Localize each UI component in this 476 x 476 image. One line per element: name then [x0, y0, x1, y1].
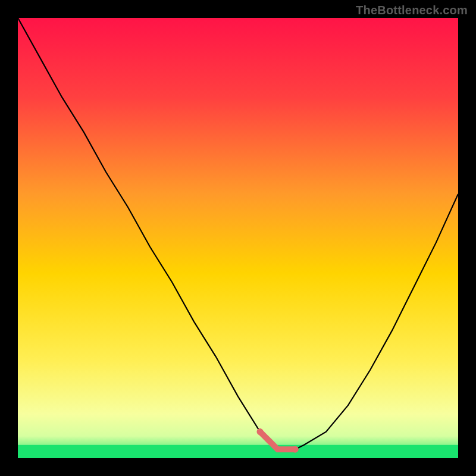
- optimal-zone-band: [18, 445, 458, 458]
- attribution-watermark: TheBottleneck.com: [356, 4, 468, 17]
- gradient-background: [18, 18, 458, 458]
- chart-frame: [18, 18, 458, 458]
- optimal-marker-dot: [257, 428, 264, 435]
- optimal-marker-dot: [292, 446, 299, 453]
- chart-plot: [18, 18, 458, 458]
